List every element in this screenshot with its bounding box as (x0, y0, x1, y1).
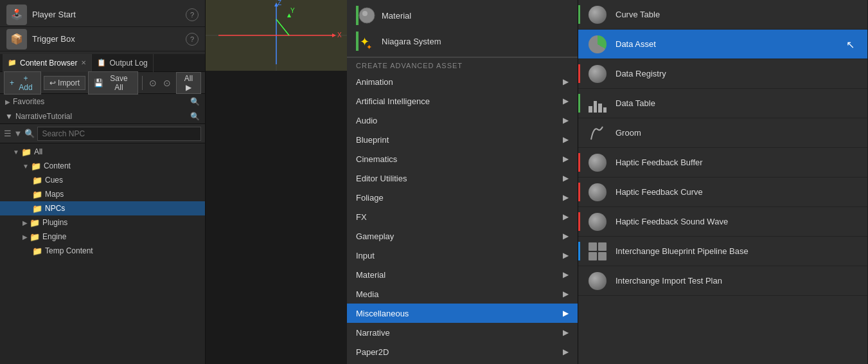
svg-text:X: X (337, 32, 342, 39)
filter-all-button[interactable]: All ▶ (176, 72, 201, 94)
save-all-button[interactable]: 💾 Save All (88, 71, 138, 95)
menu-item-niagara[interactable]: ✦ ✦ Niagara System (347, 28, 578, 54)
tree-item-all[interactable]: ▼ 📁 All (0, 145, 205, 159)
all-arrow-icon: ▼ (13, 149, 19, 156)
data-asset-label: Data Asset (616, 39, 656, 49)
haptic-buffer-icon (587, 152, 608, 173)
menu-cat-cinematics[interactable]: Cinematics ▶ (347, 149, 578, 168)
tree-label-all: All (34, 147, 42, 156)
menu-item-material[interactable]: Material (347, 3, 578, 28)
tree-label-maps: Maps (45, 190, 64, 199)
search-input[interactable] (37, 127, 201, 141)
submenu-item-haptic-sound[interactable]: Haptic Feedback Sound Wave (578, 207, 867, 237)
tree-item-plugins[interactable]: ▶ 📁 Plugins (0, 215, 205, 230)
plugins-arrow-icon: ▶ (22, 219, 28, 226)
content-browser-toolbar: + + Add ↩ Import 💾 Save All ⊙ ⊙ All ▶ (0, 72, 205, 94)
tree-label-cues: Cues (45, 176, 63, 185)
haptic-buffer-accent (578, 153, 580, 172)
favorites-row[interactable]: ▶ Favorites 🔍 (0, 94, 205, 109)
menu-cat-audio[interactable]: Audio ▶ (347, 111, 578, 130)
favorites-arrow-icon: ▶ (5, 98, 10, 105)
tree-collapse-icon: ▼ (5, 112, 13, 121)
animation-label: Animation (356, 77, 393, 87)
interchange-blueprint-label: Interchange Blueprint Pipeline Base (616, 246, 748, 256)
groom-icon (587, 123, 608, 143)
tree-item-cues[interactable]: 📁 Cues (0, 173, 205, 187)
import-button[interactable]: ↩ Import (44, 76, 85, 90)
tree-search-icon[interactable]: 🔍 (190, 112, 200, 121)
playerstart-icon: 🕹️ (6, 5, 27, 25)
ai-arrow-icon: ▶ (563, 96, 569, 105)
maps-folder-icon: 📁 (32, 190, 42, 199)
menu-cat-material[interactable]: Material ▶ (347, 265, 578, 284)
submenu-item-interchange-blueprint[interactable]: Interchange Blueprint Pipeline Base (578, 237, 867, 266)
nav-back-button[interactable]: ⊙ (146, 77, 159, 89)
menu-cat-narrative[interactable]: Narrative ▶ (347, 323, 578, 342)
menu-cat-blueprint[interactable]: Blueprint ▶ (347, 130, 578, 149)
tree-item-content[interactable]: ▼ 📁 Content (0, 159, 205, 173)
foliage-arrow-icon: ▶ (563, 193, 569, 202)
menu-cat-gameplay[interactable]: Gameplay ▶ (347, 226, 578, 246)
curve-table-accent (578, 5, 580, 24)
menu-cat-miscellaneous[interactable]: Miscellaneous ▶ (347, 304, 578, 323)
narrative-label: Narrative (356, 328, 390, 338)
engine-folder-icon: 📁 (30, 232, 40, 242)
tree-label-npcs: NPCs (45, 204, 65, 213)
tree-item-npcs[interactable]: 📁 NPCs (0, 201, 205, 215)
filter-options-button[interactable]: ☰ ▼ (4, 129, 22, 138)
fx-arrow-icon: ▶ (563, 212, 569, 221)
editor-utilities-label: Editor Utilities (356, 174, 407, 183)
fx-label: FX (356, 212, 367, 222)
tree-header: ▼ NarrativeTutorial 🔍 (0, 109, 205, 124)
submenu-item-curve-table[interactable]: Curve Table (578, 0, 867, 30)
tree-item-engine[interactable]: ▶ 📁 Engine (0, 230, 205, 244)
submenu-item-data-table[interactable]: Data Table (578, 89, 867, 118)
add-button[interactable]: + + Add (4, 71, 41, 95)
nav-forward-button[interactable]: ⊙ (161, 77, 173, 89)
favorites-search-icon[interactable]: 🔍 (190, 97, 200, 106)
haptic-sound-accent (578, 212, 580, 231)
submenu-item-haptic-curve[interactable]: Haptic Feedback Curve (578, 177, 867, 207)
media-arrow-icon: ▶ (563, 289, 569, 298)
svg-rect-12 (356, 6, 359, 25)
search-magnifier-icon: 🔍 (24, 129, 35, 138)
menu-cat-fx[interactable]: FX ▶ (347, 207, 578, 226)
help-icon-triggerbox[interactable]: ? (186, 33, 199, 46)
editor-utilities-arrow-icon: ▶ (563, 174, 569, 183)
tree-label-plugins: Plugins (42, 218, 67, 227)
save-icon: 💾 (94, 78, 103, 87)
data-table-accent (578, 94, 580, 113)
submenu-item-interchange-test[interactable]: Interchange Import Test Plan (578, 266, 867, 296)
tab-content-browser[interactable]: 📁 Content Browser ✕ (3, 54, 92, 72)
cinematics-label: Cinematics (356, 154, 397, 164)
svg-text:Z: Z (278, 0, 281, 6)
menu-cat-animation[interactable]: Animation ▶ (347, 72, 578, 91)
submenu-item-haptic-buffer[interactable]: Haptic Feedback Buffer (578, 148, 867, 177)
toolbar-separator (142, 76, 143, 90)
blueprint-label: Blueprint (356, 135, 389, 145)
menu-cat-foliage[interactable]: Foliage ▶ (347, 188, 578, 207)
animation-arrow-icon: ▶ (563, 77, 569, 86)
tab-close-content-browser[interactable]: ✕ (81, 59, 86, 66)
menu-cat-media[interactable]: Media ▶ (347, 284, 578, 304)
tab-output-log[interactable]: 📋 Output Log (92, 54, 153, 72)
menu-cat-ai[interactable]: Artificial Intelligence ▶ (347, 91, 578, 111)
help-icon-playerstart[interactable]: ? (186, 8, 199, 21)
material-cat-label: Material (356, 270, 385, 280)
submenu-item-data-asset[interactable]: Data Asset ↖ (578, 30, 867, 59)
submenu-item-data-registry[interactable]: Data Registry (578, 59, 867, 89)
miscellaneous-label: Miscellaneous (356, 309, 409, 318)
tree-body: ▼ 📁 All ▼ 📁 Content 📁 Cues 📁 Maps 📁 NPCs… (0, 143, 205, 364)
menu-cat-editor-utilities[interactable]: Editor Utilities ▶ (347, 168, 578, 188)
menu-cat-input[interactable]: Input ▶ (347, 246, 578, 265)
tree-item-maps[interactable]: 📁 Maps (0, 187, 205, 201)
data-registry-accent (578, 64, 580, 83)
data-table-label: Data Table (616, 98, 655, 108)
submenu-item-groom[interactable]: Groom (578, 118, 867, 148)
curve-table-icon (587, 5, 608, 25)
svg-point-14 (362, 11, 368, 16)
actor-item-playerstart[interactable]: 🕹️ Player Start ? (0, 3, 205, 27)
actor-item-triggerbox[interactable]: 📦 Trigger Box ? (0, 27, 205, 51)
menu-cat-paper2d[interactable]: Paper2D ▶ (347, 342, 578, 361)
tree-item-temp-content[interactable]: 📁 Temp Content (0, 244, 205, 258)
